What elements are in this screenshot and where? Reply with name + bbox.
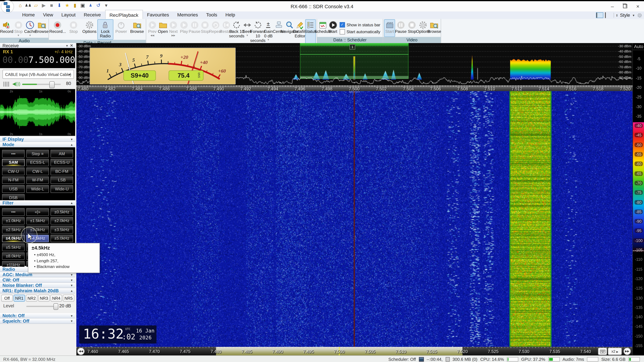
filter-button-1-5khz[interactable]: ±1.5kHz: [26, 217, 49, 224]
settings-gear-icon[interactable]: [637, 12, 642, 18]
audio-cache-button[interactable]: Cache▼: [24, 19, 36, 38]
more-icon[interactable]: ▾: [103, 2, 109, 8]
audio-record-button[interactable]: Record: [1, 19, 12, 38]
section-cw[interactable]: CW: Off▼: [0, 278, 75, 283]
volume-slider-thumb[interactable]: [49, 81, 55, 88]
monitor-1-icon[interactable]: [596, 13, 603, 17]
mode-button-wide-l[interactable]: Wide-L: [26, 185, 49, 193]
menu-tab-rec-playback[interactable]: Rec/Playback: [105, 10, 143, 19]
filter-button-8-0khz[interactable]: ±8.0kHz: [2, 252, 25, 260]
filter-button-3-5khz[interactable]: ±3.5kHz: [50, 226, 73, 233]
favourite-icon[interactable]: ★: [64, 2, 70, 8]
data-playback-stop-button[interactable]: Stop: [200, 19, 210, 44]
mode-button-ecss-u[interactable]: ECSS-U: [50, 159, 73, 166]
stop-icon[interactable]: ■: [48, 2, 55, 8]
video-start-button[interactable]: Start: [384, 19, 395, 37]
filter-button-item[interactable]: •••: [2, 208, 25, 216]
menu-tab-help[interactable]: Help: [221, 11, 239, 19]
zoom-button[interactable]: x2 ▶: [608, 348, 622, 355]
nr-button-nr1[interactable]: NR1: [14, 295, 25, 302]
section-squelch[interactable]: Squelch: Off▼: [0, 319, 75, 324]
mode-button-step[interactable]: Step ≡: [26, 150, 49, 157]
mode-button-lsb[interactable]: LSB: [50, 176, 73, 184]
menu-tab-memories[interactable]: Memories: [173, 11, 202, 19]
data-scheduler-start-button[interactable]: Start: [328, 19, 338, 37]
filter-button-2-0khz[interactable]: ±2.0kHz: [50, 217, 73, 224]
filter-button-2-5khz[interactable]: ±2.5kHz: [2, 226, 25, 233]
mode-button-bc-fm[interactable]: BC-FM: [50, 167, 73, 175]
receive-panel-header[interactable]: Receive ▼ ✕: [0, 43, 75, 48]
nr-button-off[interactable]: Off: [1, 295, 13, 302]
menu-tab-tools[interactable]: Tools: [202, 11, 221, 19]
data-scheduler-schedule-button[interactable]: Schedule: [318, 19, 328, 37]
filter-button-0-5khz[interactable]: ±0.5kHz: [50, 208, 73, 216]
menu-tab-home[interactable]: Home: [18, 11, 39, 19]
section-nr1[interactable]: NR1: Ephraim Malah 20dB▲: [0, 288, 75, 294]
level-slider-thumb[interactable]: [53, 303, 58, 310]
filter-button-item[interactable]: «|»: [26, 208, 49, 216]
folder-icon[interactable]: ▱: [33, 2, 39, 8]
spectrum-display[interactable]: -30 dBm-40 dBm-50 dBm-60 dBm-70 dBm-80 d…: [76, 43, 632, 85]
data-playback-repeat-button[interactable]: Repeat: [210, 19, 221, 44]
audio-scope[interactable]: 2s1s0s 2s1s0s: [0, 89, 75, 136]
level-slider[interactable]: [26, 306, 58, 307]
data-playback-pause-button[interactable]: Pause: [189, 19, 200, 44]
audio-stop-button[interactable]: Stop▼: [12, 19, 24, 38]
video-pause-button[interactable]: Pause: [395, 19, 406, 37]
data-playback-forward-10-seconds-button[interactable]: Forward 10 seconds: [252, 19, 263, 44]
nr-button-nr4[interactable]: NR4: [50, 295, 62, 302]
menu-tab-favourites[interactable]: Favourites: [143, 11, 173, 19]
mode-button-cw-l[interactable]: CW-L: [26, 167, 49, 175]
video-browse-button[interactable]: Browse: [429, 19, 440, 37]
data-playback-gain-0-db-button[interactable]: ±Gain 0 dB▼: [263, 19, 274, 44]
section-noise-blanker[interactable]: Noise Blanker: Off▼: [0, 283, 75, 288]
waterfall-display[interactable]: 16:32 :02 UTC 16 Jan 2026: [76, 91, 632, 347]
volume-slider[interactable]: [22, 84, 61, 85]
mode-button-w-fm[interactable]: W-FM: [26, 176, 49, 184]
mode-button-n-fm[interactable]: N-FM: [2, 176, 25, 184]
tuned-frequency[interactable]: 00.007.500.000: [2, 55, 75, 65]
video-options-button[interactable]: Options: [418, 19, 429, 37]
mode-button-wide-u[interactable]: Wide-U: [50, 185, 73, 193]
video-stop-button[interactable]: Stop: [406, 19, 418, 37]
data-record-power-button[interactable]: Power: [113, 19, 129, 39]
section-if-display[interactable]: IF Display▼: [0, 137, 75, 142]
data-record-stop-button[interactable]: Stop: [66, 19, 82, 39]
menu-tab-receive[interactable]: Receive: [80, 11, 105, 19]
identity-icon[interactable]: ♟: [88, 2, 94, 8]
spectrum-frequency-scale[interactable]: 7.4807.4827.4847.4867.4887.4907.4927.494…: [76, 85, 632, 91]
data-playback-next-button[interactable]: Next▶▶: [168, 19, 179, 44]
mode-button-sam[interactable]: SAM: [2, 159, 25, 166]
scroll-right-button[interactable]: ▶▶: [624, 348, 631, 355]
section-mode[interactable]: Mode▲: [0, 142, 75, 147]
home-icon[interactable]: ⌂: [17, 2, 24, 8]
data-playback-play-button[interactable]: Play: [178, 19, 189, 44]
mode-button-ecss-l[interactable]: ECSS-L: [26, 159, 49, 166]
memory-marker-1[interactable]: 1: [350, 44, 355, 50]
monitor-2-icon[interactable]: [605, 13, 611, 17]
data-record-options-button[interactable]: Options: [82, 19, 98, 39]
filter-button-1-0khz[interactable]: ±1.0kHz: [2, 217, 25, 224]
style-menu[interactable]: Style: [620, 13, 630, 17]
users-icon[interactable]: ♟♟: [25, 2, 31, 8]
lock-icon[interactable]: ▮: [72, 2, 78, 8]
frequency-display[interactable]: RX 1 +/- 4 kHz 00.007.500.000: [0, 48, 75, 68]
collapse-ribbon-icon[interactable]: ▲▼: [616, 13, 618, 17]
speaker-icon[interactable]: ◀))): [12, 81, 20, 87]
undo-icon[interactable]: ↺: [95, 2, 102, 8]
nr-button-nr2[interactable]: NR2: [26, 295, 38, 302]
data-playback-prev-button[interactable]: Prev◀◀: [147, 19, 158, 44]
download-icon[interactable]: ⬇: [56, 2, 62, 8]
nr-button-nr3[interactable]: NR3: [38, 295, 50, 302]
nr-button-nr5[interactable]: NR5: [63, 295, 74, 302]
scroll-left-button[interactable]: ◀◀: [77, 348, 84, 355]
restore-button[interactable]: [619, 2, 631, 10]
checkbox-show-in-status-bar[interactable]: ✓Show in status bar: [340, 22, 380, 27]
menu-tab-layout[interactable]: Layout: [57, 11, 80, 19]
data-record-record-button[interactable]: Record...: [50, 19, 66, 39]
checkbox-start-automatically[interactable]: Start automatically: [340, 29, 380, 34]
data-playback-back-10-seconds-button[interactable]: Back 10 seconds: [232, 19, 242, 44]
mode-button-usb[interactable]: USB: [2, 185, 25, 193]
mode-button-am[interactable]: AM: [50, 150, 73, 157]
close-button[interactable]: ×: [632, 2, 644, 10]
